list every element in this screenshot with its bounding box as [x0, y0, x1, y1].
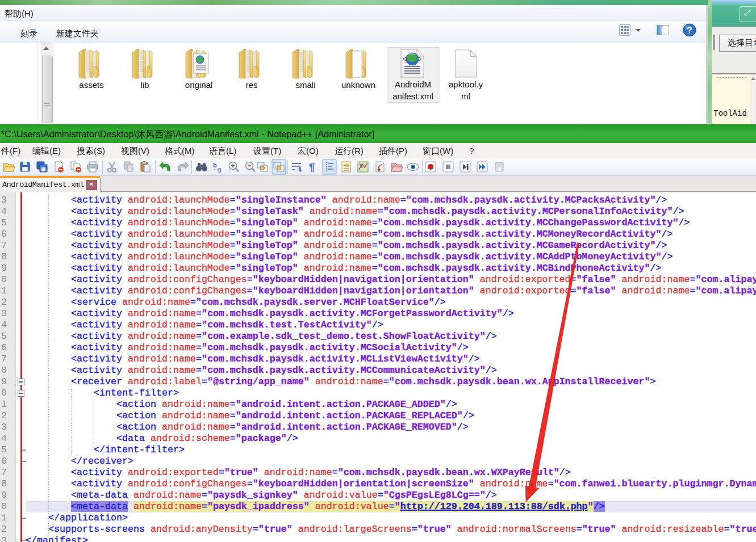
svg-text:¶: ¶ [309, 161, 315, 173]
svg-text:?: ? [687, 26, 692, 35]
svg-text:b: b [213, 162, 217, 169]
svg-text:g: g [218, 166, 222, 173]
